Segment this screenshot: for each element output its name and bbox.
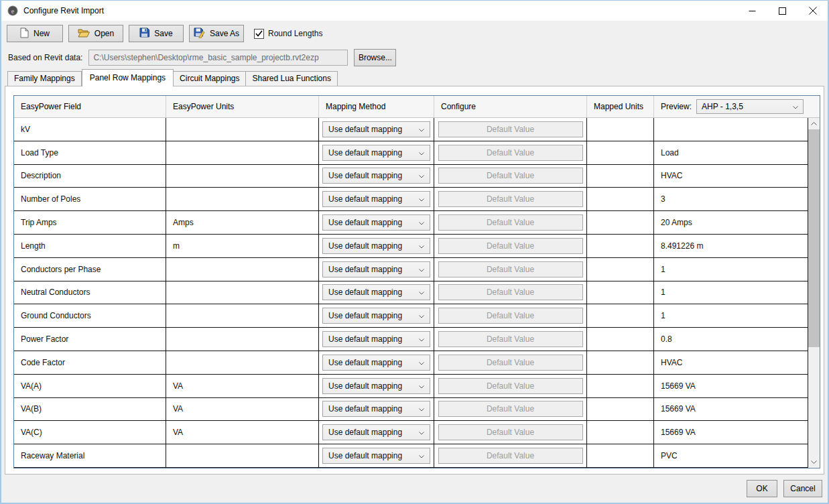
easypower-field-cell: Trip Amps	[14, 211, 166, 234]
save-as-button[interactable]: Save As	[189, 25, 244, 42]
mapping-method-cell: Use default mapping	[319, 211, 434, 234]
table-header: EasyPower Field EasyPower Units Mapping …	[14, 96, 820, 118]
mapped-units-cell	[587, 444, 654, 467]
scroll-down-icon[interactable]	[808, 456, 820, 468]
easypower-units-cell	[166, 165, 319, 188]
easypower-field-cell: Length	[14, 235, 166, 257]
preview-cell: 1	[654, 304, 808, 327]
open-button[interactable]: Open	[68, 25, 123, 42]
easypower-field-cell: Power Factor	[14, 328, 166, 351]
mapping-method-cell: Use default mapping	[319, 328, 434, 351]
configure-cell: Default Value	[434, 444, 587, 467]
mapping-method-cell: Use default mapping	[319, 375, 434, 397]
mapped-units-cell	[587, 258, 654, 281]
configure-cell: Default Value	[434, 211, 587, 234]
default-value-button[interactable]: Default Value	[438, 355, 583, 371]
mapping-method-select[interactable]: Use default mapping	[322, 145, 430, 161]
header-preview: Preview: AHP - 1,3,5	[654, 96, 808, 117]
mapping-method-select[interactable]: Use default mapping	[322, 284, 430, 300]
table-scrollbar[interactable]	[808, 118, 820, 468]
default-value-button[interactable]: Default Value	[438, 378, 583, 394]
preview-select[interactable]: AHP - 1,3,5	[696, 99, 804, 114]
mapping-method-select[interactable]: Use default mapping	[322, 331, 430, 347]
preview-cell: 0.8	[654, 328, 808, 351]
browse-button[interactable]: Browse...	[354, 49, 396, 66]
configure-cell: Default Value	[434, 375, 587, 397]
preview-cell	[654, 118, 808, 141]
tab-shared-lua-functions[interactable]: Shared Lua Functions	[246, 71, 337, 86]
tab-family-mappings[interactable]: Family Mappings	[7, 71, 82, 86]
close-icon[interactable]	[798, 1, 828, 21]
minimize-icon[interactable]	[737, 1, 767, 21]
easypower-field-cell: VA(A)	[14, 375, 166, 397]
ok-button[interactable]: OK	[747, 480, 777, 497]
mapping-method-select[interactable]: Use default mapping	[322, 355, 430, 371]
easypower-field-cell: Raceway Material	[14, 444, 166, 467]
tab-panel-row-mappings[interactable]: Panel Row Mappings	[82, 69, 174, 86]
preview-cell: PVC	[654, 444, 808, 467]
scroll-up-icon[interactable]	[808, 118, 820, 129]
table-row: Trip Amps Amps Use default mapping Defau…	[14, 211, 808, 235]
new-button[interactable]: New	[7, 25, 63, 42]
mapped-units-cell	[587, 141, 654, 164]
chevron-down-icon	[793, 102, 798, 111]
default-value-button[interactable]: Default Value	[438, 308, 583, 324]
mapping-method-select[interactable]: Use default mapping	[322, 308, 430, 324]
mapping-method-select[interactable]: Use default mapping	[322, 401, 430, 417]
mapping-method-select[interactable]: Use default mapping	[322, 261, 430, 277]
default-value-button[interactable]: Default Value	[438, 191, 583, 207]
default-value-button[interactable]: Default Value	[438, 168, 583, 184]
scrollbar-thumb[interactable]	[808, 129, 820, 347]
revit-data-path-input[interactable]	[88, 50, 348, 66]
save-button[interactable]: Save	[129, 25, 184, 42]
default-value-button[interactable]: Default Value	[438, 238, 583, 254]
mapping-method-select[interactable]: Use default mapping	[322, 424, 430, 440]
header-mapped-units: Mapped Units	[587, 96, 654, 117]
mapping-method-select[interactable]: Use default mapping	[322, 191, 430, 207]
mapping-method-select[interactable]: Use default mapping	[322, 378, 430, 394]
default-value-button[interactable]: Default Value	[438, 284, 583, 300]
chevron-down-icon	[419, 148, 424, 158]
tab-circuit-mappings[interactable]: Circuit Mappings	[174, 71, 246, 86]
header-easypower-field: EasyPower Field	[14, 96, 166, 117]
default-value-button[interactable]: Default Value	[438, 424, 583, 440]
maximize-icon[interactable]	[767, 1, 798, 21]
preview-cell: 15669 VA	[654, 421, 808, 444]
tab-bar: Family Mappings Panel Row Mappings Circu…	[1, 68, 828, 86]
mapping-method-select[interactable]: Use default mapping	[322, 168, 430, 184]
mapped-units-cell	[587, 235, 654, 257]
easypower-units-cell	[166, 258, 319, 281]
round-lengths-checkbox[interactable]	[254, 29, 264, 39]
mapping-method-select[interactable]: Use default mapping	[322, 214, 430, 231]
chevron-down-icon	[419, 311, 424, 320]
mapping-method-value: Use default mapping	[328, 381, 402, 391]
preview-cell: 3	[654, 188, 808, 210]
mapped-units-cell	[587, 188, 654, 210]
default-value-button[interactable]: Default Value	[438, 448, 583, 464]
easypower-units-cell	[166, 351, 319, 374]
chevron-down-icon	[419, 218, 424, 227]
default-value-button[interactable]: Default Value	[438, 214, 583, 231]
cancel-button[interactable]: Cancel	[783, 480, 822, 497]
mapping-method-value: Use default mapping	[328, 428, 402, 437]
svg-text:e: e	[11, 7, 15, 15]
default-value-button[interactable]: Default Value	[438, 401, 583, 417]
mapping-method-cell: Use default mapping	[319, 281, 434, 304]
chevron-down-icon	[419, 194, 424, 204]
configure-cell: Default Value	[434, 281, 587, 304]
default-value-button[interactable]: Default Value	[438, 121, 583, 137]
mapping-method-select[interactable]: Use default mapping	[322, 121, 430, 137]
mapping-method-value: Use default mapping	[328, 218, 402, 227]
default-value-button[interactable]: Default Value	[438, 145, 583, 161]
mapping-method-select[interactable]: Use default mapping	[322, 238, 430, 254]
default-value-button[interactable]: Default Value	[438, 261, 583, 277]
round-lengths-option[interactable]: Round Lengths	[254, 29, 322, 39]
chevron-down-icon	[419, 265, 424, 274]
chevron-down-icon	[419, 125, 424, 134]
preview-cell: 15669 VA	[654, 398, 808, 421]
default-value-button[interactable]: Default Value	[438, 331, 583, 347]
revit-data-row: Based on Revit data: Browse...	[1, 46, 828, 68]
configure-cell: Default Value	[434, 398, 587, 421]
mapping-method-cell: Use default mapping	[319, 351, 434, 374]
mapping-method-select[interactable]: Use default mapping	[322, 448, 430, 464]
